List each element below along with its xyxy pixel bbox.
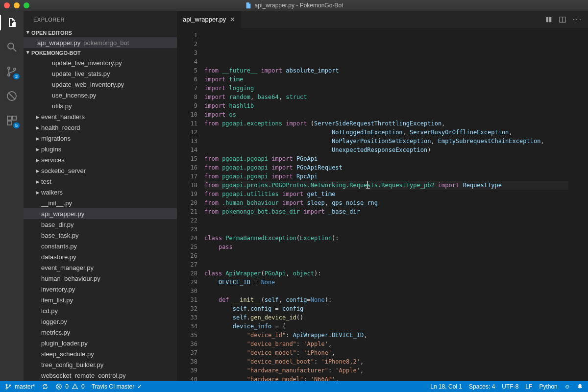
code-line[interactable]: def __init__(self, config=None): <box>204 295 578 304</box>
status-language[interactable]: Python <box>539 383 557 390</box>
code-line[interactable]: "device_model": 'iPhone', <box>204 348 578 357</box>
code-line[interactable]: import os <box>204 110 578 119</box>
code-line[interactable]: import hashlib <box>204 101 578 110</box>
file-row[interactable]: constants.py <box>24 241 177 251</box>
close-icon[interactable]: ✕ <box>230 16 235 23</box>
folder-row[interactable]: ▸test <box>24 176 177 187</box>
status-ci[interactable]: Travis CI master ✓ <box>92 383 143 390</box>
code-line[interactable]: from .human_behaviour import sleep, gps_… <box>204 198 578 207</box>
file-row[interactable]: plugin_loader.py <box>24 338 177 348</box>
file-row[interactable]: inventory.py <box>24 284 177 294</box>
code-line[interactable]: from __future__ import absolute_import <box>204 66 578 75</box>
split-editor-icon[interactable] <box>559 16 566 23</box>
explorer-activity[interactable] <box>5 16 19 29</box>
code-line[interactable]: device_info = { <box>204 322 578 331</box>
code-line[interactable]: NoPlayerPositionSetException, EmptySubre… <box>204 137 578 146</box>
file-row[interactable]: sleep_schedule.py <box>24 348 177 359</box>
code-content[interactable]: from __future__ import absolute_importim… <box>204 28 578 381</box>
code-line[interactable]: class ApiWrapper(PGoApi, object): <box>204 269 578 278</box>
file-row[interactable]: base_dir.py <box>24 219 177 230</box>
file-row[interactable]: item_list.py <box>24 294 177 305</box>
code-line[interactable]: "device_model_boot": 'iPhone8,2', <box>204 357 578 366</box>
file-row[interactable]: update_web_inventory.py <box>24 79 177 90</box>
code-line[interactable]: pass <box>204 243 578 251</box>
tree-item-label: update_live_inventory.py <box>52 59 122 67</box>
code-line[interactable]: import random, base64, struct <box>204 93 578 101</box>
code-line[interactable]: from pgoapi.exceptions import (ServerSid… <box>204 119 578 128</box>
tree-item-label: metrics.py <box>41 329 70 336</box>
code-line[interactable] <box>204 251 578 260</box>
tab-api-wrapper[interactable]: api_wrapper.py ✕ <box>177 11 242 28</box>
folder-row[interactable]: ▸event_handlers <box>24 111 177 122</box>
code-line[interactable] <box>204 225 578 234</box>
code-line[interactable]: self.config = config <box>204 304 578 313</box>
code-line[interactable]: class PermaBannedException(Exception): <box>204 234 578 243</box>
debug-activity[interactable] <box>5 89 19 103</box>
status-ln-col[interactable]: Ln 18, Col 1 <box>430 383 462 390</box>
file-row[interactable]: event_manager.py <box>24 262 177 273</box>
file-row[interactable]: base_task.py <box>24 230 177 241</box>
file-row[interactable]: datastore.py <box>24 251 177 262</box>
file-row[interactable]: update_live_stats.py <box>24 68 177 79</box>
file-row[interactable]: tree_config_builder.py <box>24 359 177 370</box>
open-editor-item[interactable]: api_wrapper.py pokemongo_bot <box>24 37 177 48</box>
status-feedback[interactable]: ☺ <box>564 383 570 390</box>
code-line[interactable]: from pgoapi.protos.POGOProtos.Networking… <box>204 181 578 190</box>
file-row[interactable]: metrics.py <box>24 327 177 338</box>
code-line[interactable] <box>204 260 578 269</box>
svg-point-14 <box>9 385 11 386</box>
code-line[interactable]: UnexpectedResponseException) <box>204 146 578 154</box>
compare-icon[interactable] <box>545 16 552 23</box>
code-line[interactable]: DEVICE_ID = None <box>204 278 578 287</box>
project-name-label: POKEMONGO-BOT <box>31 50 81 56</box>
status-encoding[interactable]: UTF-8 <box>502 383 518 390</box>
code-line[interactable]: self.gen_device_id() <box>204 313 578 322</box>
project-header[interactable]: ▾ POKEMONGO-BOT <box>24 48 177 57</box>
status-spaces[interactable]: Spaces: 4 <box>469 383 495 390</box>
file-row[interactable]: websocket_remote_control.py <box>24 370 177 381</box>
minimap[interactable] <box>578 28 588 381</box>
status-branch[interactable]: master* <box>5 383 35 390</box>
open-editors-header[interactable]: ▾ OPEN EDITORS <box>24 28 177 37</box>
status-sync[interactable] <box>42 383 49 390</box>
folder-row[interactable]: ▸health_record <box>24 122 177 133</box>
code-line[interactable]: import logging <box>204 84 578 93</box>
code-line[interactable]: "hardware_manufacturer": 'Apple', <box>204 366 578 375</box>
status-notifications[interactable]: 🔔︎ <box>577 383 583 390</box>
folder-row[interactable]: ▸migrations <box>24 133 177 144</box>
file-row[interactable]: use_incense.py <box>24 90 177 100</box>
svg-rect-7 <box>7 116 11 120</box>
folder-row[interactable]: ▸socketio_server <box>24 165 177 176</box>
code-line[interactable] <box>204 216 578 225</box>
status-branch-label: master* <box>15 383 35 390</box>
code-line[interactable]: from pokemongo_bot.base_dir import _base… <box>204 207 578 216</box>
file-row[interactable]: __init__.py <box>24 197 177 208</box>
code-line[interactable]: "device_brand": 'Apple', <box>204 340 578 348</box>
status-problems[interactable]: 0 0 <box>55 383 84 390</box>
folder-row[interactable]: ▸walkers <box>24 187 177 197</box>
code-line[interactable] <box>204 287 578 295</box>
more-icon[interactable]: ··· <box>573 15 582 24</box>
code-line[interactable]: "hardware_model": 'N66AP', <box>204 375 578 381</box>
folder-row[interactable]: ▸plugins <box>24 144 177 154</box>
extensions-activity[interactable]: 5 <box>5 114 19 127</box>
status-eol[interactable]: LF <box>525 383 532 390</box>
file-row[interactable]: api_wrapper.py <box>24 208 177 219</box>
file-row[interactable]: update_live_inventory.py <box>24 57 177 68</box>
file-row[interactable]: human_behaviour.py <box>24 273 177 284</box>
code-editor[interactable]: 1234567891011121314151617181920212223242… <box>177 28 588 381</box>
file-row[interactable]: utils.py <box>24 100 177 111</box>
folder-row[interactable]: ▸services <box>24 154 177 165</box>
code-line[interactable]: "device_id": ApiWrapper.DEVICE_ID, <box>204 331 578 340</box>
file-row[interactable]: lcd.py <box>24 305 177 316</box>
code-line[interactable]: from pgoapi.pgoapi import PGoApiRequest <box>204 163 578 172</box>
editor-actions: ··· <box>539 11 588 28</box>
file-row[interactable]: logger.py <box>24 316 177 327</box>
scm-activity[interactable]: 3 <box>5 65 19 78</box>
code-line[interactable]: from pgoapi.utilities import get_time <box>204 190 578 198</box>
code-line[interactable]: from pgoapi.pgoapi import RpcApi <box>204 172 578 181</box>
code-line[interactable]: import time <box>204 75 578 84</box>
search-activity[interactable] <box>5 40 19 54</box>
code-line[interactable]: NotLoggedInException, ServerBusyOrOfflin… <box>204 128 578 137</box>
code-line[interactable]: from pgoapi.pgoapi import PGoApi <box>204 154 578 163</box>
